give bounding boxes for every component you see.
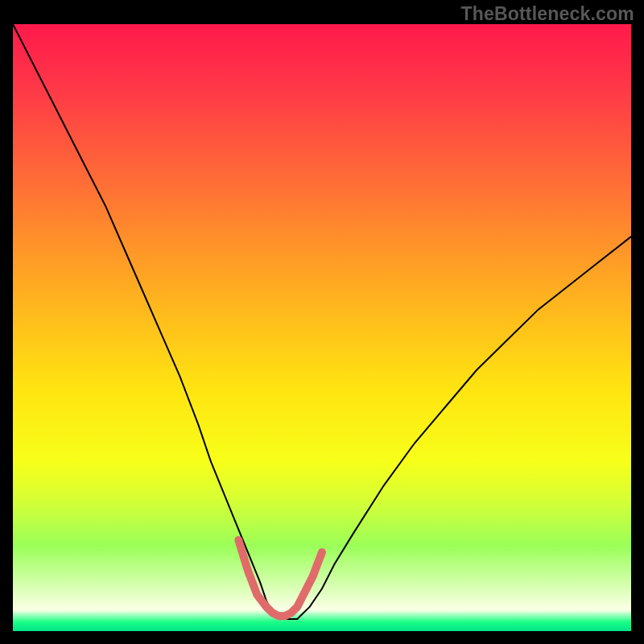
trough-highlight — [238, 540, 322, 616]
curve-layer — [13, 24, 631, 631]
bottleneck-curve — [13, 24, 631, 619]
watermark-label: TheBottleneck.com — [460, 3, 634, 25]
chart-frame: TheBottleneck.com — [0, 0, 644, 644]
plot-area — [13, 24, 631, 631]
